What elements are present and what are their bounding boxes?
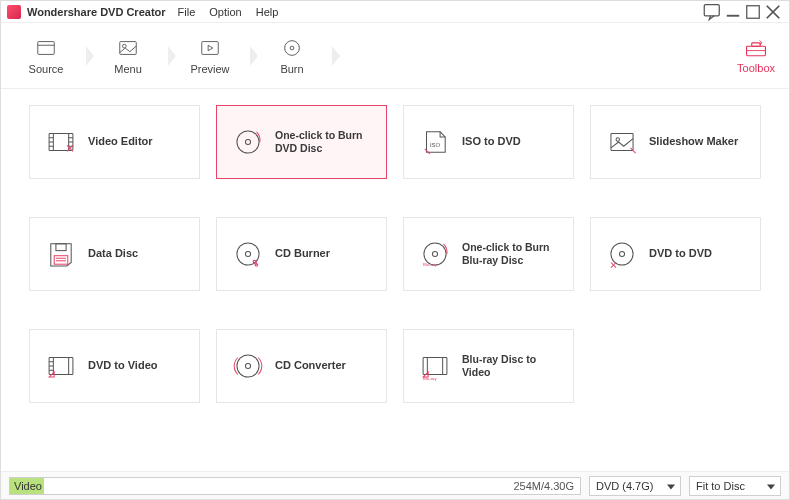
svg-point-36 xyxy=(255,264,258,267)
svg-point-29 xyxy=(616,138,619,141)
tool-label: CD Converter xyxy=(275,359,346,373)
svg-point-12 xyxy=(290,46,294,50)
svg-point-35 xyxy=(245,251,250,256)
svg-rect-14 xyxy=(752,43,761,46)
media-type-label: Video xyxy=(10,480,42,492)
svg-point-25 xyxy=(237,131,259,153)
svg-point-49 xyxy=(245,363,250,368)
step-preview[interactable]: Preview xyxy=(169,23,251,89)
svg-point-38 xyxy=(432,251,437,256)
app-window: Wondershare DVD Creator File Option Help… xyxy=(0,0,790,500)
burn-icon xyxy=(281,37,303,59)
tool-cd-converter[interactable]: CD Converter xyxy=(216,329,387,403)
toolbox-label: Toolbox xyxy=(737,62,775,74)
step-label: Menu xyxy=(114,63,142,75)
toolbox-icon xyxy=(744,37,768,59)
tool-label: DVD to DVD xyxy=(649,247,712,261)
svg-rect-9 xyxy=(202,41,219,54)
top-nav: Source Menu Preview Burn Toolbox xyxy=(1,23,789,89)
step-label: Burn xyxy=(280,63,303,75)
svg-text:Blu-ray: Blu-ray xyxy=(423,262,437,267)
menu-option[interactable]: Option xyxy=(209,6,241,18)
iso-icon: ISO xyxy=(418,125,452,159)
feedback-icon[interactable] xyxy=(703,2,723,22)
tool-label: One-click to Burn DVD Disc xyxy=(275,129,374,155)
tool-grid: Video Editor One-click to Burn DVD Disc … xyxy=(29,105,761,403)
maximize-icon[interactable] xyxy=(743,2,763,22)
slideshow-icon xyxy=(605,125,639,159)
svg-rect-2 xyxy=(747,5,760,18)
titlebar: Wondershare DVD Creator File Option Help xyxy=(1,1,789,23)
preview-icon xyxy=(199,37,221,59)
tool-iso-to-dvd[interactable]: ISO ISO to DVD xyxy=(403,105,574,179)
step-menu[interactable]: Menu xyxy=(87,23,169,89)
fit-mode-select[interactable]: Fit to Disc xyxy=(689,476,781,496)
tool-video-editor[interactable]: Video Editor xyxy=(29,105,200,179)
tool-dvd-to-video[interactable]: DVD to Video xyxy=(29,329,200,403)
step-burn[interactable]: Burn xyxy=(251,23,333,89)
dvd-to-video-icon xyxy=(44,349,78,383)
tool-label: Slideshow Maker xyxy=(649,135,738,149)
svg-rect-0 xyxy=(704,4,719,15)
capacity-text: 254M/4.30G xyxy=(513,480,580,492)
tool-label: Data Disc xyxy=(88,247,138,261)
dvd-to-dvd-icon xyxy=(605,237,639,271)
cd-converter-icon xyxy=(231,349,265,383)
capacity-progress: Video 254M/4.30G xyxy=(9,477,581,495)
svg-point-41 xyxy=(619,251,624,256)
svg-point-40 xyxy=(611,243,633,265)
app-title: Wondershare DVD Creator xyxy=(27,6,166,18)
svg-rect-5 xyxy=(38,41,55,54)
fit-mode-value: Fit to Disc xyxy=(696,480,745,492)
svg-rect-31 xyxy=(54,256,68,265)
tool-dvd-to-dvd[interactable]: DVD to DVD xyxy=(590,217,761,291)
disc-type-value: DVD (4.7G) xyxy=(596,480,653,492)
data-disc-icon xyxy=(44,237,78,271)
video-editor-icon xyxy=(44,125,78,159)
menu-help[interactable]: Help xyxy=(256,6,279,18)
toolbox-button[interactable]: Toolbox xyxy=(737,37,775,74)
step-label: Source xyxy=(29,63,64,75)
tool-bluray-to-video[interactable]: Blu-ray Blu-ray Disc to Video xyxy=(403,329,574,403)
cd-burner-icon xyxy=(231,237,265,271)
svg-rect-50 xyxy=(423,358,447,375)
svg-rect-28 xyxy=(611,134,633,151)
app-logo-icon xyxy=(7,5,21,19)
tool-slideshow[interactable]: Slideshow Maker xyxy=(590,105,761,179)
tool-label: Video Editor xyxy=(88,135,153,149)
menu-file[interactable]: File xyxy=(178,6,196,18)
tool-label: One-click to Burn Blu-ray Disc xyxy=(462,241,561,267)
tool-area: Video Editor One-click to Burn DVD Disc … xyxy=(1,89,789,471)
tool-label: DVD to Video xyxy=(88,359,157,373)
svg-marker-10 xyxy=(208,45,213,51)
burn-bluray-icon: Blu-ray xyxy=(418,237,452,271)
tool-cd-burner[interactable]: CD Burner xyxy=(216,217,387,291)
close-icon[interactable] xyxy=(763,2,783,22)
bluray-to-video-icon: Blu-ray xyxy=(418,349,452,383)
tool-burn-dvd[interactable]: One-click to Burn DVD Disc xyxy=(216,105,387,179)
svg-text:Blu-ray: Blu-ray xyxy=(423,376,437,381)
tool-label: CD Burner xyxy=(275,247,330,261)
burn-dvd-icon xyxy=(231,125,265,159)
svg-rect-30 xyxy=(56,244,66,251)
svg-point-8 xyxy=(123,44,127,48)
svg-text:ISO: ISO xyxy=(430,142,441,148)
minimize-icon[interactable] xyxy=(723,2,743,22)
step-source[interactable]: Source xyxy=(5,23,87,89)
source-icon xyxy=(35,37,57,59)
status-bar: Video 254M/4.30G DVD (4.7G) Fit to Disc xyxy=(1,471,789,499)
tool-burn-bluray[interactable]: Blu-ray One-click to Burn Blu-ray Disc xyxy=(403,217,574,291)
tool-label: ISO to DVD xyxy=(462,135,521,149)
tool-label: Blu-ray Disc to Video xyxy=(462,353,561,379)
svg-point-11 xyxy=(285,40,300,55)
step-label: Preview xyxy=(190,63,229,75)
menu-icon xyxy=(117,37,139,59)
svg-point-26 xyxy=(245,139,250,144)
svg-point-48 xyxy=(237,355,259,377)
disc-type-select[interactable]: DVD (4.7G) xyxy=(589,476,681,496)
tool-data-disc[interactable]: Data Disc xyxy=(29,217,200,291)
